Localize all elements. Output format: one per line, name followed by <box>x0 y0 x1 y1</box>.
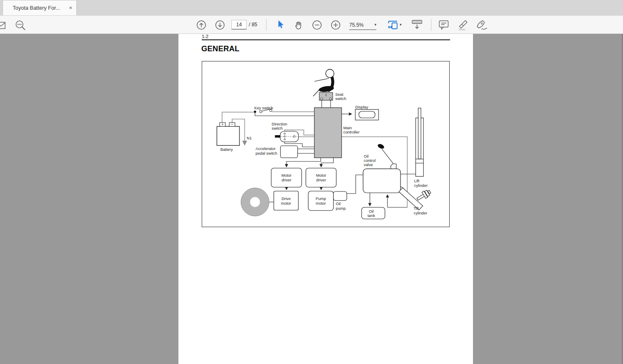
page-number-input[interactable] <box>231 20 247 30</box>
email-icon[interactable] <box>0 22 6 29</box>
main-toolbar: / 85 75.5% ▾ ▾ <box>0 16 623 34</box>
main-controller <box>314 108 342 158</box>
svg-text:cylinder: cylinder <box>414 211 427 215</box>
display-unit <box>355 109 378 120</box>
zoom-in-button[interactable] <box>331 20 340 30</box>
svg-text:valve: valve <box>364 163 373 167</box>
svg-text:switch: switch <box>272 126 283 131</box>
label-battery: Battery <box>220 147 233 152</box>
highlighter-icon[interactable] <box>457 19 469 31</box>
drive-wheel <box>241 188 269 216</box>
page-folio: 1-2 <box>202 34 209 39</box>
label-direction-switch: Direction <box>272 122 287 126</box>
svg-text:switch: switch <box>335 97 346 101</box>
svg-text:pedal switch: pedal switch <box>256 151 277 156</box>
hand-tool-icon[interactable] <box>293 19 304 31</box>
chevron-down-icon[interactable]: ▾ <box>400 23 402 27</box>
comment-icon[interactable] <box>439 20 450 31</box>
svg-text:motor: motor <box>316 201 326 206</box>
acrobat-window: Toyota Battery For... ✕ <box>0 0 623 364</box>
toolbar-divider <box>266 19 267 31</box>
svg-text:Drive: Drive <box>281 197 291 201</box>
svg-text:−: − <box>231 122 233 127</box>
tab-close-icon[interactable]: ✕ <box>69 6 72 10</box>
forklift-control-diagram: Seat switch Key switch <box>202 61 450 227</box>
toolbar-divider <box>431 19 431 31</box>
label-accelerator: Accelerator <box>256 147 275 151</box>
label-oil-pump: Oil <box>336 202 340 206</box>
fill-sign-icon[interactable] <box>476 19 487 31</box>
select-tool-icon[interactable] <box>275 19 286 30</box>
system-diagram: Seat switch Key switch <box>202 61 450 227</box>
document-canvas[interactable]: 1-2 GENERAL <box>0 34 623 364</box>
tab-bar: Toyota Battery For... ✕ <box>0 0 623 16</box>
svg-text:pump: pump <box>336 206 345 211</box>
svg-text:Pump: Pump <box>316 197 326 201</box>
svg-text:tank: tank <box>367 214 375 218</box>
svg-text:controller: controller <box>343 130 359 134</box>
label-main-controller: Main <box>343 126 352 130</box>
svg-text:Motor: Motor <box>316 173 326 178</box>
document-tab[interactable]: Toyota Battery For... ✕ <box>3 0 77 15</box>
chevron-down-icon: ▾ <box>374 23 376 27</box>
accelerator-pedal-switch <box>281 146 298 158</box>
zoom-level-value: 75.5% <box>349 22 364 28</box>
previous-page-button[interactable] <box>197 20 206 30</box>
label-oil-control-valve: Oil <box>364 154 368 158</box>
label-n1: N1 <box>247 136 252 140</box>
svg-text:motor: motor <box>281 201 291 206</box>
scrolling-view-icon[interactable] <box>412 19 423 31</box>
label-display: Display <box>355 105 368 109</box>
svg-text:cylinder: cylinder <box>414 183 428 188</box>
tab-title: Toyota Battery For... <box>13 5 69 11</box>
label-tilt-cylinder: Tilt <box>414 206 419 211</box>
svg-text:+: + <box>221 122 223 127</box>
svg-text:driver: driver <box>281 178 291 182</box>
label-seat-switch: Seat <box>335 92 344 97</box>
svg-text:Oil: Oil <box>369 209 373 214</box>
svg-text:Motor: Motor <box>281 173 292 178</box>
next-page-button[interactable] <box>215 20 225 30</box>
label-lift-cylinder: Lift <box>414 179 420 183</box>
pdf-page: 1-2 GENERAL <box>178 34 473 364</box>
fit-width-icon[interactable] <box>388 19 399 31</box>
svg-text:driver: driver <box>316 178 326 182</box>
oil-pump <box>334 192 347 201</box>
header-rule <box>202 39 450 40</box>
svg-text:control: control <box>364 158 375 163</box>
page-count-label: / 85 <box>249 22 257 28</box>
section-heading: GENERAL <box>201 44 239 53</box>
zoom-level-dropdown[interactable]: 75.5% ▾ <box>349 20 376 30</box>
zoom-out-button[interactable] <box>312 20 322 30</box>
lift-cylinder <box>416 108 423 176</box>
search-icon[interactable] <box>15 20 26 31</box>
